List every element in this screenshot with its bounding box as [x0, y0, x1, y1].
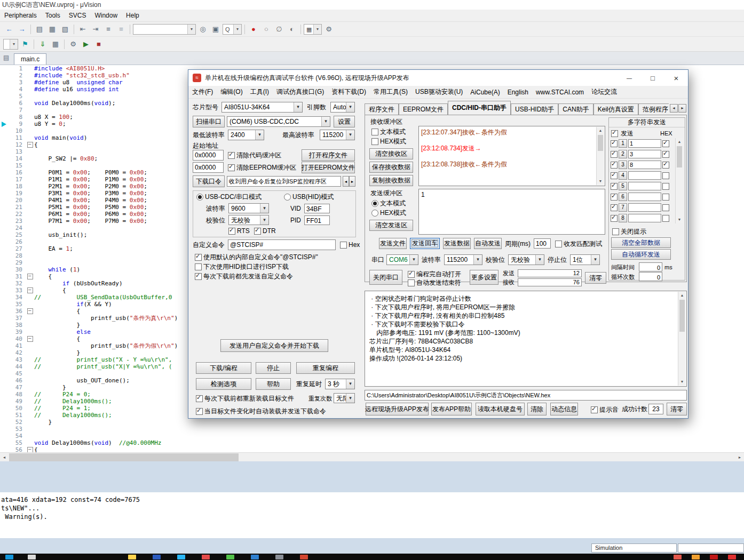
close-tip-checkbox[interactable]: 关闭提示 [612, 228, 646, 235]
code-addr-input[interactable]: 0x0000 [193, 150, 224, 161]
spin-right-icon[interactable]: ► [349, 176, 355, 187]
period-input[interactable]: 100 [534, 238, 551, 249]
dtr-checkbox[interactable]: DTR [254, 227, 276, 235]
multi-scrollbar[interactable] [675, 138, 683, 223]
stop-button[interactable]: 停止 [256, 362, 291, 374]
receive-scrollbar[interactable] [596, 127, 604, 185]
auto-send-button[interactable]: 自动发送 [474, 238, 502, 249]
dynamic-info-button[interactable]: 动态信息 [550, 403, 578, 415]
download-password-button[interactable]: 下载口令 [193, 175, 225, 187]
multi-index-button[interactable]: 7 [619, 203, 627, 212]
chip-model-select[interactable]: AI8051U-34K64 [221, 102, 303, 113]
menu-item[interactable]: 调试仿真接口(G) [273, 87, 328, 97]
scroll-up-icon[interactable] [597, 127, 604, 134]
tab-6[interactable]: 范例程序 [638, 103, 669, 115]
find-combobox[interactable] [133, 24, 196, 35]
send-area[interactable]: 1 [418, 189, 605, 235]
tab-1[interactable]: EEPROM文件 [399, 103, 448, 115]
rts-checkbox[interactable]: RTS [228, 227, 250, 235]
scroll-thumb[interactable] [679, 300, 685, 332]
multi-index-button[interactable]: 1 [619, 139, 627, 148]
target-combobox[interactable] [3, 39, 18, 50]
repeat-delay-select[interactable]: 3 秒 [325, 379, 355, 389]
menu-item[interactable]: USB驱动安装(U) [411, 87, 466, 97]
breakpoint-disable-icon[interactable]: ○ [260, 23, 272, 35]
cdc-parity-select[interactable]: 无校验 [228, 215, 269, 225]
serial-baud-combo[interactable]: 115200 [444, 254, 482, 265]
hscroll-thumb[interactable] [9, 453, 239, 461]
repeat-count-select[interactable]: 无限 [334, 393, 355, 403]
autoload-on-change-checkbox[interactable]: 当目标文件变化时自动装载并发送下载命令 [196, 407, 326, 415]
multi-index-button[interactable]: 6 [619, 193, 627, 201]
clear-info-button[interactable]: 清除 [527, 403, 547, 415]
start-button[interactable] [5, 555, 13, 559]
scroll-right-icon[interactable] [735, 453, 744, 461]
save-icon[interactable]: ▤ [34, 23, 45, 35]
tab-scroll-right-icon[interactable] [678, 104, 686, 113]
clear-send-button[interactable]: 清空发送区 [369, 220, 413, 231]
outdent-icon[interactable]: ⇤ [77, 23, 89, 35]
tab-scroll-left-icon[interactable] [670, 104, 678, 113]
reload-target-checkbox[interactable]: 每次下载前都重新装载目标文件 [196, 395, 294, 402]
auto-terminator-checkbox[interactable]: 自动发送结束符 [408, 279, 461, 286]
print-icon[interactable]: ▧ [59, 23, 71, 35]
info-scrollbar[interactable] [678, 292, 686, 386]
clear-count-button[interactable]: 清零 [585, 272, 606, 284]
breakpoint-enable-all-icon[interactable]: ◐ [286, 23, 298, 35]
scroll-down-icon[interactable] [676, 216, 683, 223]
eeprom-addr-input[interactable]: 0x0000 [193, 162, 224, 173]
menu-item[interactable]: SVCS [65, 12, 91, 19]
serial-port-combo[interactable]: COM6 [386, 254, 418, 265]
build-output[interactable]: ata=416 xdata=192 const=74 code=7675ts\N… [0, 492, 744, 538]
more-settings-button[interactable]: 更多设置 [470, 270, 498, 285]
remote-upgrade-publish-button[interactable]: 远程现场升级APP发布 [366, 403, 429, 415]
menu-item[interactable]: 编辑(O) [217, 87, 246, 97]
scroll-left-icon[interactable] [0, 453, 9, 461]
scroll-thumb[interactable] [677, 146, 682, 167]
comment-icon[interactable]: ≡ [102, 23, 114, 35]
vscode-icon[interactable] [251, 555, 259, 559]
multi-index-button[interactable]: 2 [619, 150, 627, 158]
menu-item[interactable]: AiCube(A) [466, 89, 503, 96]
beep-checkbox[interactable]: 提示音 [591, 406, 619, 413]
explorer-icon[interactable] [128, 555, 136, 559]
send-cmd-before-download-checkbox[interactable]: 每次下载前都先发送自定义命令 [195, 273, 293, 280]
match-test-checkbox[interactable]: 收发匹配测试 [555, 240, 602, 247]
load-icon[interactable]: ▦ [50, 38, 61, 50]
hex-file-path[interactable]: C:\Users\Administrator\Desktop\AI8051U\示… [365, 390, 687, 401]
stop-icon[interactable]: ■ [93, 38, 105, 50]
multi-text-input[interactable]: 8 [628, 161, 661, 169]
send-text-mode-radio[interactable]: 文本模式 [371, 199, 406, 207]
clear-all-data-button[interactable]: 清空全部数据 [611, 237, 671, 248]
scan-port-button[interactable]: 扫描串口 [193, 116, 225, 127]
use-default-cmd-checkbox[interactable]: 使用默认的内部自定义命令"@STCISP#" [195, 253, 318, 261]
repeat-program-button[interactable]: 重复编程 [296, 362, 355, 374]
scroll-up-icon[interactable] [678, 292, 686, 299]
flash-download-icon[interactable]: ⇓ [37, 38, 49, 50]
multi-index-button[interactable]: 8 [619, 214, 627, 222]
minimize-button[interactable] [618, 70, 641, 86]
menu-item[interactable]: Tools [41, 12, 65, 19]
receive-area[interactable]: [23:12:07.347]接收←条件为假[23:12:08.734]发送→[2… [418, 126, 605, 186]
clear-eeprom-checkbox[interactable]: 清除EEPROM缓冲区 [228, 164, 296, 171]
multi-index-button[interactable]: 4 [619, 171, 627, 180]
red-app-icon[interactable] [710, 555, 718, 559]
indent-icon[interactable]: ⇥ [90, 23, 101, 35]
forward-icon[interactable]: → [16, 23, 28, 35]
clear-code-checkbox[interactable]: 清除代码缓冲区 [228, 151, 281, 159]
configure-icon[interactable]: ⚙ [323, 23, 335, 35]
back-icon[interactable]: ← [3, 23, 15, 35]
receive-text-mode-checkbox[interactable]: 文本模式 [371, 128, 406, 135]
tab-0[interactable]: 程序文件 [365, 103, 399, 115]
menu-item[interactable]: 常用工具(S) [370, 87, 411, 97]
close-serial-button[interactable]: 关闭串口 [369, 270, 402, 285]
browser-icon[interactable] [692, 555, 700, 559]
breakpoint-icon[interactable]: ● [248, 23, 259, 35]
menu-item[interactable]: Window [90, 12, 122, 19]
menu-item[interactable]: Peripherals [0, 12, 41, 19]
find-icon[interactable]: ◎ [197, 23, 209, 35]
max-baud-select[interactable]: 115200 [320, 130, 355, 140]
menu-item[interactable]: www.STCAI.com [532, 89, 588, 96]
close-button[interactable] [664, 70, 688, 86]
menu-item[interactable]: 论坛交流 [588, 87, 621, 97]
